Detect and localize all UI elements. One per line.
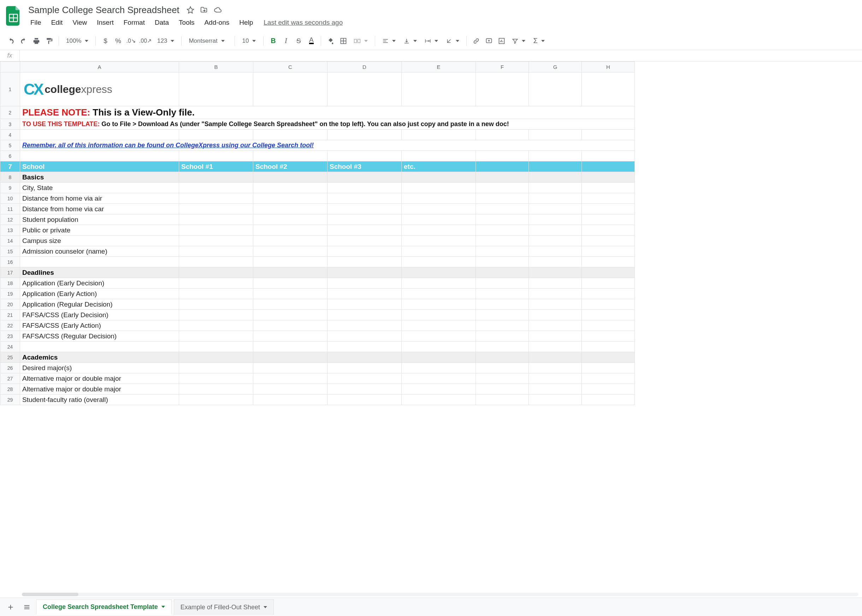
cell[interactable] [402, 214, 476, 225]
menu-addons[interactable]: Add-ons [200, 17, 233, 28]
cell[interactable] [476, 130, 529, 140]
cell-link[interactable]: Remember, all of this information can be… [20, 140, 635, 151]
insert-link-icon[interactable] [470, 35, 482, 47]
cell[interactable] [582, 236, 635, 246]
move-icon[interactable] [200, 6, 208, 14]
cell[interactable] [529, 182, 582, 193]
section-title[interactable]: Deadlines [20, 267, 179, 278]
cell[interactable] [476, 204, 529, 214]
cell[interactable] [179, 289, 253, 299]
cell[interactable] [582, 172, 635, 182]
column-header-A[interactable]: A [20, 62, 179, 72]
text-rotation-button[interactable] [442, 35, 463, 47]
text-color-button[interactable]: A [305, 35, 317, 47]
cell[interactable] [529, 267, 582, 278]
cell[interactable] [529, 394, 582, 405]
cell[interactable] [476, 267, 529, 278]
row-header-28[interactable]: 28 [0, 384, 20, 394]
cell[interactable] [402, 204, 476, 214]
row-header-12[interactable]: 12 [0, 214, 20, 225]
cell[interactable] [529, 214, 582, 225]
cell[interactable] [327, 267, 402, 278]
cell[interactable] [582, 331, 635, 341]
row-label[interactable]: Application (Regular Decision) [20, 299, 179, 310]
print-icon[interactable] [30, 35, 42, 47]
cell[interactable] [402, 193, 476, 204]
row-label[interactable]: Student population [20, 214, 179, 225]
header-cell[interactable] [529, 162, 582, 172]
cell[interactable] [20, 130, 179, 140]
cell[interactable] [327, 246, 402, 257]
cell[interactable] [253, 341, 327, 352]
column-header-B[interactable]: B [179, 62, 253, 72]
cell[interactable] [253, 373, 327, 384]
cell[interactable] [402, 225, 476, 236]
cell[interactable] [476, 278, 529, 289]
menu-view[interactable]: View [68, 17, 91, 28]
cell[interactable] [253, 72, 327, 106]
cell[interactable] [179, 257, 253, 267]
sheet-tab-active[interactable]: College Search Spreadsheet Template [36, 599, 172, 615]
row-header-10[interactable]: 10 [0, 193, 20, 204]
row-label[interactable]: Application (Early Decision) [20, 278, 179, 289]
select-all-corner[interactable] [0, 62, 20, 72]
cell[interactable] [327, 236, 402, 246]
cell[interactable] [529, 299, 582, 310]
cell[interactable] [253, 384, 327, 394]
row-header-1[interactable]: 1 [0, 72, 20, 106]
cell[interactable] [327, 321, 402, 331]
cell[interactable] [402, 331, 476, 341]
row-label[interactable]: Student-faculty ratio (overall) [20, 394, 179, 405]
cell[interactable] [476, 384, 529, 394]
strikethrough-button[interactable]: S [293, 35, 305, 47]
cell[interactable] [529, 384, 582, 394]
menu-format[interactable]: Format [120, 17, 149, 28]
cell[interactable] [476, 363, 529, 373]
cell[interactable] [327, 182, 402, 193]
currency-icon[interactable]: $ [99, 35, 111, 47]
row-header-26[interactable]: 26 [0, 363, 20, 373]
cell[interactable] [476, 321, 529, 331]
row-header-9[interactable]: 9 [0, 182, 20, 193]
cell[interactable] [582, 214, 635, 225]
cell[interactable] [529, 373, 582, 384]
header-cell[interactable] [476, 162, 529, 172]
cell[interactable] [582, 352, 635, 363]
cell[interactable] [253, 193, 327, 204]
row-label[interactable]: FAFSA/CSS (Early Action) [20, 321, 179, 331]
row-label[interactable]: Application (Early Action) [20, 289, 179, 299]
cell[interactable] [582, 130, 635, 140]
cell[interactable] [253, 352, 327, 363]
cell[interactable] [179, 384, 253, 394]
cell[interactable] [582, 363, 635, 373]
sheets-logo-icon[interactable] [4, 3, 23, 28]
star-icon[interactable] [187, 6, 194, 14]
horizontal-scrollbar[interactable] [22, 593, 859, 596]
cell[interactable] [582, 373, 635, 384]
cell[interactable] [582, 225, 635, 236]
row-header-16[interactable]: 16 [0, 257, 20, 267]
cell[interactable] [476, 394, 529, 405]
cell[interactable] [253, 204, 327, 214]
cell[interactable] [253, 246, 327, 257]
horizontal-align-button[interactable] [379, 35, 399, 47]
cell[interactable] [476, 257, 529, 267]
cell[interactable] [253, 214, 327, 225]
more-formats-select[interactable]: 123 [154, 35, 178, 47]
column-header-C[interactable]: C [253, 62, 327, 72]
cell[interactable] [253, 130, 327, 140]
undo-icon[interactable] [5, 35, 17, 47]
cell[interactable] [582, 72, 635, 106]
cell[interactable] [529, 321, 582, 331]
merge-cells-button[interactable] [350, 35, 371, 47]
cell[interactable] [529, 225, 582, 236]
cell[interactable] [582, 246, 635, 257]
cell[interactable] [529, 278, 582, 289]
cell[interactable] [253, 310, 327, 321]
cell[interactable] [529, 363, 582, 373]
row-label[interactable]: Alternative major or double major [20, 373, 179, 384]
redo-icon[interactable] [18, 35, 30, 47]
cell[interactable] [529, 72, 582, 106]
cell[interactable] [327, 299, 402, 310]
paint-format-icon[interactable] [43, 35, 55, 47]
